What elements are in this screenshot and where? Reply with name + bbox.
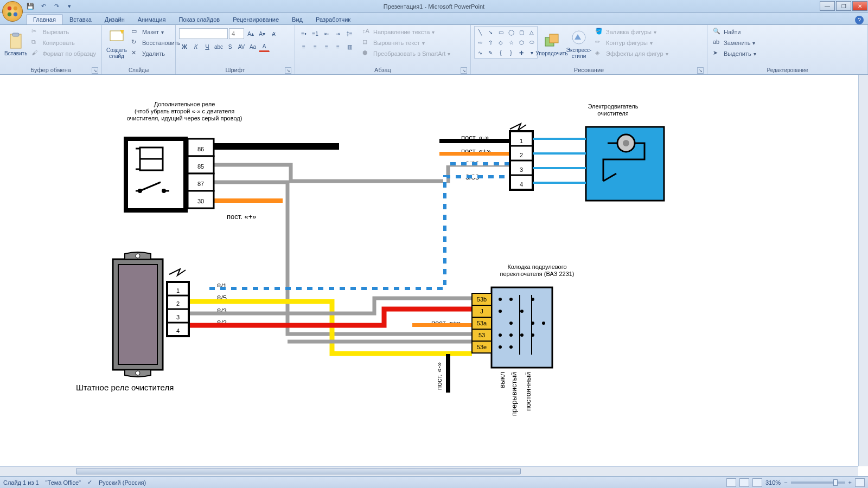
tab-review[interactable]: Рецензирование bbox=[226, 15, 285, 24]
font-launcher[interactable]: ↘ bbox=[285, 67, 291, 74]
view-slideshow-button[interactable] bbox=[752, 478, 762, 487]
shadow-button[interactable]: S bbox=[225, 41, 235, 52]
paste-button[interactable]: Вставить bbox=[3, 26, 28, 62]
view-sorter-button[interactable] bbox=[739, 478, 749, 487]
font-size-combo[interactable]: 4 bbox=[229, 28, 244, 39]
close-button[interactable]: ✕ bbox=[852, 1, 867, 11]
shape-hex-icon: ⬡ bbox=[516, 37, 526, 47]
bullets-button[interactable]: ≡• bbox=[298, 28, 309, 39]
tab-design[interactable]: Дизайн bbox=[98, 15, 131, 24]
scrollbar-thumb[interactable] bbox=[76, 468, 521, 474]
case-button[interactable]: Aa bbox=[247, 41, 258, 52]
spacing-button[interactable]: AV bbox=[236, 41, 247, 52]
smartart-icon: ⬢ bbox=[362, 49, 371, 58]
delete-button[interactable]: ✕Удалить bbox=[129, 49, 182, 59]
tab-slideshow[interactable]: Показ слайдов bbox=[172, 15, 226, 24]
italic-button[interactable]: К bbox=[190, 41, 201, 52]
shape-curve-icon: ∿ bbox=[475, 48, 485, 57]
underline-button[interactable]: Ч bbox=[202, 41, 213, 52]
new-slide-button[interactable]: Создать слайд bbox=[105, 26, 128, 62]
group-font-label: Шрифт bbox=[225, 67, 245, 73]
shapes-gallery[interactable]: ╲↘▭◯▢△ ⇨⇧◇☆⬡⬭ ∿✎{}✚▾ bbox=[474, 26, 538, 59]
fit-to-window-button[interactable] bbox=[855, 478, 865, 487]
qat-undo-icon[interactable]: ↶ bbox=[39, 2, 48, 11]
select-button[interactable]: ➤Выделить ▾ bbox=[711, 49, 758, 59]
align-right-button[interactable]: ≡ bbox=[321, 41, 332, 52]
zoom-out-button[interactable]: − bbox=[784, 479, 787, 486]
qat-customize-icon[interactable]: ▾ bbox=[65, 2, 74, 11]
font-name-combo[interactable] bbox=[179, 28, 228, 39]
svg-rect-14 bbox=[439, 152, 510, 156]
zoom-percent[interactable]: 310% bbox=[765, 479, 781, 486]
arrange-button[interactable]: Упорядочить bbox=[539, 26, 565, 62]
columns-button[interactable]: ▥ bbox=[344, 41, 355, 52]
copy-button[interactable]: ⧉Копировать bbox=[29, 38, 98, 48]
svg-point-0 bbox=[8, 7, 11, 10]
zoom-in-button[interactable]: + bbox=[848, 479, 852, 486]
cut-button[interactable]: ✂Вырезать bbox=[29, 27, 98, 37]
shape-rrect-icon: ▢ bbox=[516, 27, 526, 37]
text-direction-button[interactable]: ↕AНаправление текста ▾ bbox=[360, 27, 452, 37]
shape-rect-icon: ▭ bbox=[496, 27, 506, 37]
minimize-button[interactable]: — bbox=[820, 1, 835, 11]
clear-format-button[interactable]: A̷ bbox=[268, 28, 279, 39]
find-button[interactable]: 🔍Найти bbox=[711, 27, 758, 37]
shape-outline-button[interactable]: ✏Контур фигуры ▾ bbox=[593, 38, 671, 48]
group-clipboard-label: Буфер обмена bbox=[30, 67, 71, 73]
numbering-button[interactable]: ≡1 bbox=[310, 28, 321, 39]
tab-animation[interactable]: Анимация bbox=[131, 15, 173, 24]
clipboard-launcher[interactable]: ↘ bbox=[92, 67, 98, 74]
vertical-scrollbar[interactable] bbox=[858, 75, 868, 466]
tab-insert[interactable]: Вставка bbox=[63, 15, 98, 24]
shape-ellipse-icon: ◯ bbox=[506, 27, 516, 37]
help-icon[interactable]: ? bbox=[855, 16, 864, 24]
tab-view[interactable]: Вид bbox=[285, 15, 309, 24]
view-normal-button[interactable] bbox=[726, 478, 736, 487]
shape-callout-icon: ⬭ bbox=[527, 37, 537, 47]
svg-text:53b: 53b bbox=[477, 296, 487, 303]
replace-button[interactable]: abЗаменить ▾ bbox=[711, 38, 758, 48]
group-paragraph-label: Абзац bbox=[374, 67, 391, 73]
paragraph-launcher[interactable]: ↘ bbox=[461, 67, 467, 74]
status-language[interactable]: Русский (Россия) bbox=[99, 479, 146, 486]
justify-button[interactable]: ≡ bbox=[333, 41, 343, 52]
quick-styles-button[interactable]: Экспресс-стили bbox=[566, 26, 592, 62]
shape-fill-button[interactable]: 🪣Заливка фигуры ▾ bbox=[593, 27, 671, 37]
qat-redo-icon[interactable]: ↷ bbox=[52, 2, 61, 11]
strike-button[interactable]: abc bbox=[213, 41, 224, 52]
zoom-handle[interactable] bbox=[833, 479, 838, 486]
bold-button[interactable]: Ж bbox=[179, 41, 190, 52]
format-painter-button[interactable]: 🖌Формат по образцу bbox=[29, 49, 98, 59]
linespacing-button[interactable]: ‡≡ bbox=[344, 28, 355, 39]
qat-save-icon[interactable]: 💾 bbox=[26, 2, 35, 11]
group-paragraph: ≡• ≡1 ⇤ ⇥ ‡≡ ≡ ≡ ≡ ≡ ▥ ↕AНаправление тек… bbox=[295, 25, 471, 74]
office-button[interactable] bbox=[2, 1, 23, 22]
font-color-button[interactable]: A bbox=[259, 41, 270, 52]
slide-canvas[interactable]: Дополнительное реле (чтоб убрать второй … bbox=[0, 75, 868, 465]
window-title: Презентация1 - Microsoft PowerPoint bbox=[384, 3, 484, 10]
indent-dec-button[interactable]: ⇤ bbox=[321, 28, 332, 39]
svg-rect-15 bbox=[412, 323, 472, 327]
layout-button[interactable]: ▭Макет ▾ bbox=[129, 27, 182, 37]
shrink-font-button[interactable]: A▾ bbox=[257, 28, 267, 39]
status-spellcheck-icon[interactable]: ✓ bbox=[87, 479, 92, 486]
tab-home[interactable]: Главная bbox=[26, 14, 63, 24]
align-left-button[interactable]: ≡ bbox=[298, 41, 309, 52]
horizontal-scrollbar[interactable] bbox=[0, 466, 858, 476]
zoom-slider[interactable] bbox=[791, 481, 845, 484]
slide-canvas-wrap: Дополнительное реле (чтоб убрать второй … bbox=[0, 75, 868, 476]
group-drawing: ╲↘▭◯▢△ ⇨⇧◇☆⬡⬭ ∿✎{}✚▾ Упорядочить Экспрес… bbox=[471, 25, 707, 74]
indent-inc-button[interactable]: ⇥ bbox=[333, 28, 343, 39]
smartart-button[interactable]: ⬢Преобразовать в SmartArt ▾ bbox=[360, 49, 452, 59]
align-text-button[interactable]: ⊟Выровнять текст ▾ bbox=[360, 38, 452, 48]
align-center-button[interactable]: ≡ bbox=[310, 41, 321, 52]
maximize-button[interactable]: ❐ bbox=[836, 1, 851, 11]
quick-access-toolbar: 💾 ↶ ↷ ▾ bbox=[26, 2, 74, 11]
tab-developer[interactable]: Разработчик bbox=[309, 15, 357, 24]
shape-effects-button[interactable]: ◈Эффекты для фигур ▾ bbox=[593, 49, 671, 59]
reset-button[interactable]: ↻Восстановить bbox=[129, 38, 182, 48]
svg-point-75 bbox=[499, 310, 502, 313]
svg-text:1: 1 bbox=[520, 138, 523, 144]
grow-font-button[interactable]: A▴ bbox=[245, 28, 256, 39]
drawing-launcher[interactable]: ↘ bbox=[697, 67, 704, 74]
